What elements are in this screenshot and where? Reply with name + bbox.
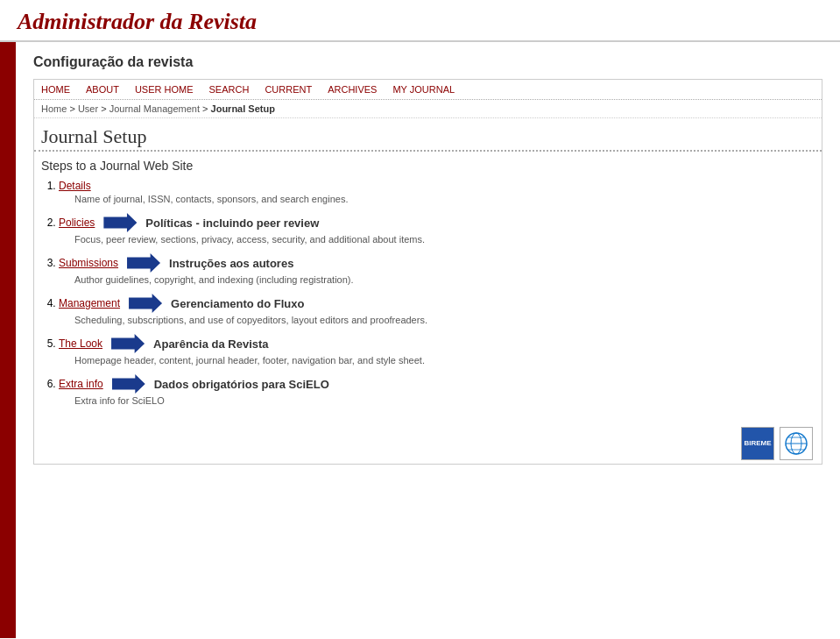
step-5-line: The Look Aparência da Revista (59, 334, 815, 353)
step-4-annotation: Gerenciamento do Fluxo (171, 297, 304, 310)
logo-who (780, 427, 813, 460)
section-title: Configuração da revista (33, 54, 822, 70)
step-4-desc: Scheduling, subscriptions, and use of co… (74, 315, 815, 325)
breadcrumb-user[interactable]: User (78, 103, 98, 114)
nav-user-home[interactable]: USER HOME (135, 84, 194, 95)
steps-list: Details Name of journal, ISSN, contacts,… (41, 180, 815, 406)
step-6-annotation: Dados obrigatórios para SciELO (154, 378, 329, 391)
page-title: Administrador da Revista (18, 9, 257, 34)
step-6-arrow (112, 374, 145, 394)
list-item: Details Name of journal, ISSN, contacts,… (59, 180, 815, 204)
step-5-link[interactable]: The Look (59, 337, 102, 350)
step-2-arrow (103, 213, 137, 232)
breadcrumb-home[interactable]: Home (41, 103, 67, 114)
step-1-desc: Name of journal, ISSN, contacts, sponsor… (74, 194, 815, 204)
list-item: The Look Aparência da Revista Homepage h… (59, 334, 815, 366)
step-5-annotation: Aparência da Revista (153, 337, 269, 351)
breadcrumb-journal-management[interactable]: Journal Management (109, 103, 200, 114)
steps-intro: Steps to a Journal Web Site (41, 159, 815, 173)
logo-bireme: BIREME (741, 427, 774, 460)
step-3-link[interactable]: Submissions (59, 257, 118, 269)
browser-frame: HOME ABOUT USER HOME SEARCH CURRENT ARCH… (33, 79, 822, 465)
steps-section: Steps to a Journal Web Site Details Name… (34, 152, 822, 423)
step-6-link[interactable]: Extra info (59, 378, 103, 390)
nav-current[interactable]: CURRENT (265, 84, 312, 95)
nav-search[interactable]: SEARCH (209, 84, 250, 95)
step-5-arrow (111, 334, 145, 353)
step-2-annotation: Políticas - incluindo peer review (145, 217, 319, 230)
left-sidebar-decoration (0, 42, 16, 638)
step-2-link[interactable]: Policies (59, 217, 95, 229)
step-2-desc: Focus, peer review, sections, privacy, a… (74, 234, 815, 245)
step-4-link[interactable]: Management (59, 297, 120, 309)
step-4-arrow (129, 294, 162, 313)
step-6-line: Extra info Dados obrigatórios para SciEL… (59, 374, 815, 394)
step-5-desc: Homepage header, content, journal header… (74, 355, 815, 366)
nav-about[interactable]: ABOUT (86, 84, 119, 95)
list-item: Management Gerenciamento do Fluxo Schedu… (59, 294, 815, 325)
page-heading: Journal Setup (34, 118, 822, 152)
breadcrumb: Home > User > Journal Management > Journ… (34, 100, 822, 118)
step-3-desc: Author guidelines, copyright, and indexi… (74, 274, 815, 285)
list-item: Extra info Dados obrigatórios para SciEL… (59, 374, 815, 406)
step-1-link[interactable]: Details (59, 180, 91, 192)
step-3-annotation: Instruções aos autores (169, 257, 293, 270)
main-content: Configuração da revista HOME ABOUT USER … (16, 42, 840, 638)
step-2-line: Policies Políticas - incluindo peer revi… (59, 213, 815, 232)
nav-home[interactable]: HOME (41, 84, 70, 95)
nav-bar: HOME ABOUT USER HOME SEARCH CURRENT ARCH… (34, 80, 822, 100)
header: Administrador da Revista (0, 0, 840, 42)
step-4-line: Management Gerenciamento do Fluxo (59, 294, 815, 313)
step-3-line: Submissions Instruções aos autores (59, 253, 815, 273)
nav-archives[interactable]: ARCHIVES (328, 84, 377, 95)
list-item: Submissions Instruções aos autores Autho… (59, 253, 815, 285)
step-6-desc: Extra info for SciELO (74, 395, 815, 406)
breadcrumb-current: Journal Setup (211, 103, 275, 114)
step-3-arrow (127, 253, 160, 273)
footer-logos: BIREME (34, 423, 822, 464)
list-item: Policies Políticas - incluindo peer revi… (59, 213, 815, 245)
nav-my-journal[interactable]: MY JOURNAL (392, 84, 455, 95)
step-1-line: Details (59, 180, 815, 192)
